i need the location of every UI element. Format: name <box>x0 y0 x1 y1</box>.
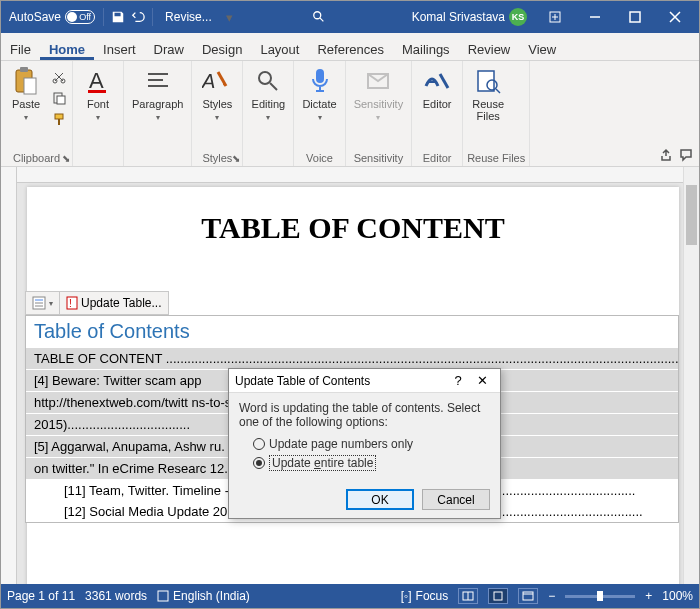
format-painter-icon[interactable] <box>50 110 68 128</box>
zoom-out-button[interactable]: − <box>548 589 555 603</box>
document-title[interactable]: Revise... <box>165 10 212 24</box>
tab-design[interactable]: Design <box>193 38 251 60</box>
maximize-button[interactable] <box>615 1 655 33</box>
ribbon-options-icon[interactable] <box>535 1 575 33</box>
tab-home[interactable]: Home <box>40 38 94 60</box>
vertical-ruler <box>1 167 17 584</box>
paragraph-button[interactable]: Paragraph▾ <box>128 64 187 125</box>
chevron-down-icon[interactable]: ▾ <box>220 7 240 27</box>
tab-view[interactable]: View <box>519 38 565 60</box>
toc-toolbar: ▾ ! Update Table... <box>25 291 169 315</box>
paste-button[interactable]: Paste▾ <box>5 64 47 125</box>
language-indicator[interactable]: English (India) <box>157 589 250 603</box>
update-icon: ! <box>66 296 78 310</box>
paste-icon <box>11 66 41 96</box>
spellcheck-icon <box>157 590 169 602</box>
toc-icon <box>32 296 46 310</box>
page-indicator[interactable]: Page 1 of 11 <box>7 589 75 603</box>
reuse-files-icon <box>473 66 503 96</box>
focus-icon: [◦] <box>401 589 412 603</box>
font-icon: A <box>83 66 113 96</box>
update-table-button[interactable]: ! Update Table... <box>60 292 168 314</box>
tab-references[interactable]: References <box>308 38 392 60</box>
svg-text:!: ! <box>69 298 72 309</box>
toc-heading: Table of Contents <box>26 316 678 347</box>
share-icon[interactable] <box>659 148 673 162</box>
svg-rect-37 <box>494 592 502 600</box>
save-icon[interactable] <box>108 7 128 27</box>
group-styles: A Styles▾ Styles ⬊ <box>192 61 243 166</box>
group-paragraph: Paragraph▾ <box>124 61 192 166</box>
tab-review[interactable]: Review <box>459 38 520 60</box>
group-label: Reuse Files <box>467 150 525 166</box>
tab-mailings[interactable]: Mailings <box>393 38 459 60</box>
minimize-button[interactable] <box>575 1 615 33</box>
focus-mode-button[interactable]: [◦] Focus <box>401 589 449 603</box>
tab-layout[interactable]: Layout <box>251 38 308 60</box>
styles-button[interactable]: A Styles▾ <box>196 64 238 125</box>
comments-icon[interactable] <box>679 148 693 162</box>
sensitivity-button: Sensitivity▾ <box>350 64 408 125</box>
print-layout-icon[interactable] <box>488 588 508 604</box>
vertical-scrollbar[interactable] <box>683 167 699 584</box>
zoom-slider[interactable] <box>565 595 635 598</box>
svg-rect-11 <box>57 96 65 104</box>
svg-rect-13 <box>58 119 60 125</box>
cancel-button[interactable]: Cancel <box>422 489 490 510</box>
copy-icon[interactable] <box>50 89 68 107</box>
font-button[interactable]: A Font▾ <box>77 64 119 125</box>
editor-button[interactable]: Editor <box>416 64 458 112</box>
group-clipboard: Paste▾ Clipboard ⬊ <box>1 61 73 166</box>
ok-button[interactable]: OK <box>346 489 414 510</box>
dictate-button[interactable]: Dictate▾ <box>298 64 340 125</box>
cut-icon[interactable] <box>50 68 68 86</box>
tab-insert[interactable]: Insert <box>94 38 145 60</box>
reuse-files-button[interactable]: Reuse Files <box>467 64 509 124</box>
tab-draw[interactable]: Draw <box>145 38 193 60</box>
svg-point-0 <box>313 12 320 19</box>
svg-rect-38 <box>523 592 533 600</box>
autosave-toggle[interactable]: AutoSave Off <box>5 10 99 24</box>
editor-icon <box>422 66 452 96</box>
zoom-level[interactable]: 100% <box>662 589 693 603</box>
web-layout-icon[interactable] <box>518 588 538 604</box>
svg-rect-12 <box>55 114 63 119</box>
statusbar: Page 1 of 11 3361 words English (India) … <box>1 584 699 608</box>
group-label: Clipboard <box>5 150 68 166</box>
close-icon[interactable]: ✕ <box>470 373 494 388</box>
sensitivity-icon <box>363 66 393 96</box>
dialog-message: Word is updating the table of contents. … <box>239 401 490 429</box>
group-label: Voice <box>298 150 340 166</box>
close-button[interactable] <box>655 1 695 33</box>
toggle-off-icon[interactable]: Off <box>65 10 95 24</box>
tab-file[interactable]: File <box>1 38 40 60</box>
dialog-titlebar[interactable]: Update Table of Contents ? ✕ <box>229 369 500 393</box>
svg-rect-34 <box>158 591 168 601</box>
dialog-launcher-icon[interactable]: ⬊ <box>62 153 70 164</box>
group-label: Editor <box>416 150 458 166</box>
editing-button[interactable]: Editing▾ <box>247 64 289 125</box>
word-count[interactable]: 3361 words <box>85 589 147 603</box>
radio-icon <box>253 457 265 469</box>
radio-label: Update entire table <box>269 455 376 471</box>
zoom-in-button[interactable]: + <box>645 589 652 603</box>
horizontal-ruler <box>17 167 683 183</box>
group-label: Sensitivity <box>350 150 408 166</box>
undo-icon[interactable] <box>128 7 148 27</box>
radio-update-entire-table[interactable]: Update entire table <box>253 453 490 473</box>
update-toc-dialog: Update Table of Contents ? ✕ Word is upd… <box>228 368 501 519</box>
read-mode-icon[interactable] <box>458 588 478 604</box>
svg-rect-4 <box>630 12 640 22</box>
ribbon: Paste▾ Clipboard ⬊ A Font▾ Paragraph▾ <box>1 61 699 167</box>
group-sensitivity: Sensitivity▾ Sensitivity <box>346 61 413 166</box>
help-button[interactable]: ? <box>446 373 470 388</box>
search-icon[interactable] <box>312 10 332 24</box>
svg-rect-6 <box>20 67 28 72</box>
dialog-title: Update Table of Contents <box>235 374 446 388</box>
dialog-launcher-icon[interactable]: ⬊ <box>232 153 240 164</box>
toc-menu-button[interactable]: ▾ <box>26 292 60 314</box>
svg-rect-15 <box>88 90 106 93</box>
user-name: Komal Srivastava <box>412 10 505 24</box>
user-account[interactable]: Komal Srivastava KS <box>412 8 527 26</box>
radio-update-page-numbers[interactable]: Update page numbers only <box>253 435 490 453</box>
